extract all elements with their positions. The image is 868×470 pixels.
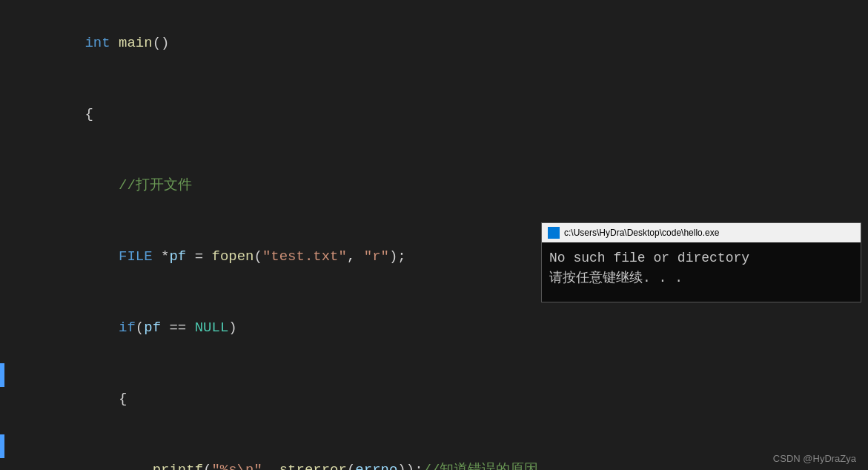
watermark-text: CSDN @HyDraZya [773,453,856,464]
code-line-3: //打开文件 [0,150,868,221]
terminal-title-text: c:\Users\HyDra\Desktop\code\hello.exe [564,228,719,238]
code-line-2: { [0,79,868,150]
line-content-2: { [4,79,868,150]
line-content-7: printf("%s\n", strerror(errno));//知道错误的原… [4,434,868,470]
terminal-app-icon [548,227,560,239]
line-content-1: int main() [4,7,868,79]
token-int: int [85,35,110,51]
terminal-window[interactable]: c:\Users\HyDra\Desktop\code\hello.exe No… [541,222,861,302]
comment-open-file: //打开文件 [119,177,192,193]
code-line-7: printf("%s\n", strerror(errno));//知道错误的原… [0,434,868,470]
terminal-output-line1: No such file or directory [549,248,853,268]
code-editor: int main() { //打开文件 FILE *pf = fopen("te… [0,0,868,470]
code-line-5: if(pf == NULL) [0,292,868,363]
terminal-title-bar: c:\Users\HyDra\Desktop\code\hello.exe [542,223,861,242]
code-line-1: int main() [0,7,868,79]
token-main: main [119,35,153,51]
line-content-5: if(pf == NULL) [4,292,868,363]
line-content-3: //打开文件 [4,150,868,221]
comment-error-reason: //知道错误的原因 [423,462,539,470]
terminal-output-line2: 请按任意键继续. . . [549,268,853,288]
code-line-6: { [0,363,868,434]
line-content-6: { [4,363,868,434]
terminal-body: No such file or directory 请按任意键继续. . . [542,242,861,302]
